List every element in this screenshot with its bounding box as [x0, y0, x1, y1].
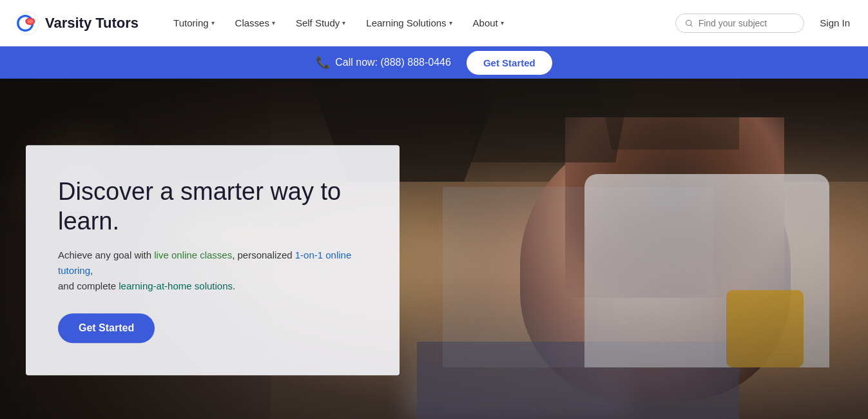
- hero-subtitle-end: .: [233, 280, 235, 291]
- signin-button[interactable]: Sign In: [817, 12, 853, 34]
- hero-link-learning[interactable]: learning-at-home solutions: [119, 280, 233, 291]
- phone-icon: 📞: [316, 55, 330, 70]
- banner-get-started-button[interactable]: Get Started: [467, 51, 552, 75]
- logo-text: Varsity Tutors: [45, 15, 139, 32]
- nav-item-about[interactable]: About ▾: [464, 12, 513, 34]
- hero-title: Discover a smarter way to learn.: [58, 177, 367, 236]
- chevron-down-icon: ▾: [501, 19, 504, 26]
- hero-section: Discover a smarter way to learn. Achieve…: [0, 79, 868, 419]
- search-input[interactable]: [699, 18, 795, 28]
- hero-link-classes[interactable]: live online classes: [154, 249, 232, 260]
- logo-icon: [15, 11, 40, 35]
- svg-line-5: [691, 24, 692, 26]
- nav-item-tutoring[interactable]: Tutoring ▾: [164, 12, 223, 34]
- hero-content-card: Discover a smarter way to learn. Achieve…: [26, 145, 400, 375]
- chevron-down-icon: ▾: [211, 19, 215, 26]
- hero-subtitle-mid1: , personalized: [232, 249, 295, 260]
- chevron-down-icon: ▾: [272, 19, 275, 26]
- svg-point-3: [27, 19, 34, 23]
- chevron-down-icon: ▾: [342, 19, 345, 26]
- hero-subtitle: Achieve any goal with live online classe…: [58, 248, 367, 294]
- call-banner: 📞 Call now: (888) 888-0446 Get Started: [0, 46, 868, 79]
- navbar: Varsity Tutors Tutoring ▾ Classes ▾ Self…: [0, 0, 868, 46]
- chevron-down-icon: ▾: [449, 19, 452, 26]
- hero-get-started-button[interactable]: Get Started: [58, 313, 155, 343]
- search-box[interactable]: [675, 14, 804, 33]
- jacket-accent: [726, 290, 804, 367]
- ceiling-panel-3: [597, 79, 739, 150]
- nav-links: Tutoring ▾ Classes ▾ Self Study ▾ Learni…: [164, 12, 675, 34]
- search-icon: [685, 19, 693, 28]
- hero-subtitle-plain: Achieve any goal with: [58, 249, 154, 260]
- call-text: 📞 Call now: (888) 888-0446: [316, 55, 451, 70]
- nav-item-learning-solutions[interactable]: Learning Solutions ▾: [357, 12, 461, 34]
- nav-item-classes[interactable]: Classes ▾: [226, 12, 284, 34]
- logo[interactable]: Varsity Tutors: [15, 11, 139, 35]
- nav-item-self-study[interactable]: Self Study ▾: [287, 12, 354, 34]
